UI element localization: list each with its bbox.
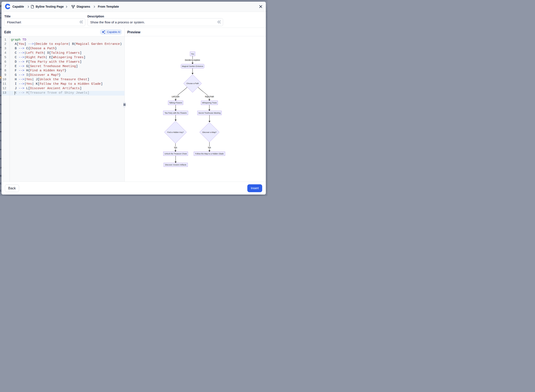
svg-text:Decide to explore: Decide to explore (185, 59, 200, 61)
svg-text:Choose a Path: Choose a Path (186, 82, 199, 84)
svg-text:Magical Garden Entrance: Magical Garden Entrance (182, 65, 203, 67)
svg-text:Tea Party with the Flowers: Tea Party with the Flowers (165, 112, 187, 114)
svg-text:Whispering Trees: Whispering Trees (202, 102, 217, 104)
svg-text:Talking Flowers: Talking Flowers (169, 102, 182, 104)
svg-text:Discover a Map?: Discover a Map? (202, 131, 217, 133)
svg-text:Follow the Map to a Hidden Gla: Follow the Map to a Hidden Glade (195, 153, 223, 155)
svg-text:You: You (191, 53, 194, 55)
svg-text:Yes: Yes (208, 146, 211, 149)
svg-text:Discover Ancient Artifacts: Discover Ancient Artifacts (165, 164, 186, 166)
svg-text:Find a Hidden Key?: Find a Hidden Key? (167, 131, 184, 133)
svg-text:Secret Treehouse Meeting: Secret Treehouse Meeting (199, 112, 221, 114)
svg-text:Left Path: Left Path (172, 96, 180, 98)
svg-text:Yes: Yes (174, 146, 177, 149)
svg-text:Right Path: Right Path (205, 96, 214, 98)
svg-text:Unlock the Treasure Chest: Unlock the Treasure Chest (165, 153, 187, 155)
